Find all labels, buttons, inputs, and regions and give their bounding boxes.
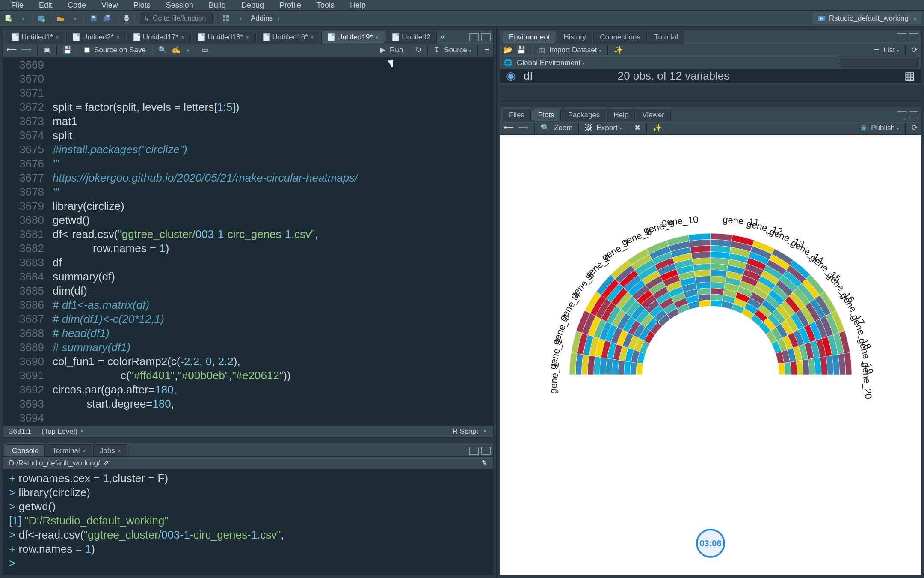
code-editor[interactable]: 3669367036713672367336743675367636773678… (3, 57, 493, 425)
env-view-grid-icon[interactable]: ▦ (904, 69, 915, 83)
maximize-pane-icon[interactable] (481, 447, 491, 455)
list-view-button[interactable]: List (884, 46, 899, 54)
console-output[interactable]: + rownames.cex = 1,cluster = F)> library… (3, 470, 493, 575)
maximize-pane-icon[interactable] (909, 33, 918, 41)
project-selector[interactable]: R Rstudio_default_working (813, 12, 921, 24)
source-tab-2[interactable]: Untitled17*× (127, 31, 191, 43)
broom-icon[interactable]: ✨ (614, 45, 623, 54)
load-ws-icon[interactable]: 📂 (503, 45, 512, 54)
menu-help[interactable]: Help (342, 1, 373, 10)
language-label[interactable]: R Script (453, 427, 478, 435)
minimize-pane-icon[interactable] (469, 33, 479, 41)
close-icon[interactable]: × (375, 34, 379, 41)
menu-debug[interactable]: Debug (234, 1, 272, 10)
grid-menu[interactable] (234, 12, 246, 24)
tab-tutorial[interactable]: Tutorial (648, 31, 684, 43)
close-icon[interactable]: × (181, 34, 184, 41)
console-tab-terminal[interactable]: Terminal× (46, 444, 92, 456)
refresh-icon[interactable]: ⟳ (912, 45, 918, 54)
tab-connections[interactable]: Connections (593, 31, 647, 43)
plot-prev-icon[interactable]: ⟵ (503, 123, 514, 132)
zoom-button[interactable]: Zoom (554, 124, 572, 132)
source-tab-6[interactable]: Untitled2 (386, 31, 437, 43)
remove-plot-icon[interactable]: ✖ (634, 123, 640, 132)
show-in-new-window-icon[interactable]: ▣ (44, 45, 50, 54)
tab-environment[interactable]: Environment (503, 31, 556, 43)
tab-packages[interactable]: Packages (562, 109, 607, 121)
tab-history[interactable]: History (557, 31, 592, 43)
menu-profile[interactable]: Profile (272, 1, 309, 10)
source-button[interactable]: Source (444, 46, 471, 54)
scope-label[interactable]: (Top Level) (41, 427, 77, 436)
close-icon[interactable]: × (116, 34, 120, 41)
menu-session[interactable]: Session (158, 1, 201, 10)
outline-icon[interactable]: ≣ (484, 45, 490, 54)
publish-button[interactable]: Publish (871, 124, 899, 132)
menu-plots[interactable]: Plots (126, 1, 158, 10)
minimize-pane-icon[interactable] (897, 33, 906, 41)
console-tab-console[interactable]: Console (6, 444, 45, 456)
save-icon[interactable]: 💾 (63, 45, 72, 54)
source-tab-5[interactable]: Untitled19*× (321, 31, 385, 43)
source-on-save-checkbox[interactable] (84, 47, 90, 53)
source-tab-4[interactable]: Untitled16*× (257, 31, 320, 43)
print-button[interactable] (121, 12, 133, 24)
clear-console-icon[interactable]: ✎ (481, 459, 487, 468)
save-button[interactable] (88, 12, 100, 24)
maximize-pane-icon[interactable] (481, 33, 491, 41)
source-tab-3[interactable]: Untitled18*× (192, 31, 255, 43)
env-row-df[interactable]: ◉ df 20 obs. of 12 variables ▦ (500, 69, 921, 84)
tab-overflow[interactable]: » (438, 33, 447, 43)
close-icon[interactable]: × (246, 34, 249, 41)
env-search-input[interactable] (841, 58, 918, 68)
env-scope-button[interactable]: Global Environment (517, 59, 585, 67)
clear-plots-icon[interactable]: ✨ (653, 123, 662, 132)
nav-back-icon[interactable]: ⟵ (6, 45, 17, 54)
new-file-menu[interactable] (16, 12, 28, 24)
import-dataset-button[interactable]: Import Dataset (549, 46, 601, 54)
refresh-plot-icon[interactable]: ⟳ (912, 123, 918, 132)
goto-file-input[interactable]: ↳ Go to file/function (140, 13, 213, 24)
maximize-pane-icon[interactable] (909, 111, 918, 119)
grid-button[interactable] (220, 12, 232, 24)
tab-files[interactable]: Files (503, 109, 531, 121)
menu-view[interactable]: View (94, 1, 126, 10)
close-icon[interactable]: × (118, 447, 121, 454)
menu-code[interactable]: Code (60, 1, 94, 10)
source-tab-1[interactable]: Untitled2*× (66, 31, 126, 43)
scope-caret-icon: ‣ (80, 427, 84, 436)
tab-plots[interactable]: Plots (532, 109, 561, 121)
open-recent-menu[interactable] (68, 12, 80, 24)
export-button[interactable]: Export (596, 124, 622, 132)
run-button[interactable]: Run (390, 46, 403, 54)
wand-menu[interactable] (185, 46, 189, 54)
menu-edit[interactable]: Edit (31, 1, 60, 10)
close-icon[interactable]: × (311, 34, 314, 41)
console-tab-jobs[interactable]: Jobs× (93, 444, 127, 456)
rerun-icon[interactable]: ↻ (415, 45, 421, 54)
menu-build[interactable]: Build (201, 1, 234, 10)
nav-fwd-icon[interactable]: ⟶ (21, 45, 31, 54)
source-tab-0[interactable]: Untitled1*× (6, 31, 65, 43)
close-icon[interactable]: × (83, 447, 86, 454)
open-file-button[interactable] (55, 12, 67, 24)
wand-icon[interactable]: ✍ (172, 45, 181, 54)
addins-menu[interactable]: Addins (247, 14, 283, 23)
console-path-arrow-icon[interactable]: ⇗ (103, 459, 109, 468)
console-path[interactable]: D:/Rstudio_default_working/ (9, 459, 100, 468)
editor-code[interactable]: split = factor(split, levels = letters[1… (50, 57, 493, 425)
menu-file[interactable]: File (3, 1, 31, 10)
new-file-button[interactable] (3, 12, 15, 24)
tab-viewer[interactable]: Viewer (636, 109, 671, 121)
plot-next-icon[interactable]: ⟶ (518, 123, 528, 132)
save-all-button[interactable] (101, 12, 113, 24)
close-icon[interactable]: × (56, 34, 59, 41)
minimize-pane-icon[interactable] (897, 111, 906, 119)
find-icon[interactable]: 🔍 (158, 45, 167, 54)
save-ws-icon[interactable]: 💾 (517, 45, 526, 54)
tab-help[interactable]: Help (607, 109, 635, 121)
minimize-pane-icon[interactable] (469, 447, 479, 455)
new-project-button[interactable] (36, 12, 47, 24)
menu-tools[interactable]: Tools (309, 1, 342, 10)
compile-report-icon[interactable]: ▭ (201, 45, 208, 54)
